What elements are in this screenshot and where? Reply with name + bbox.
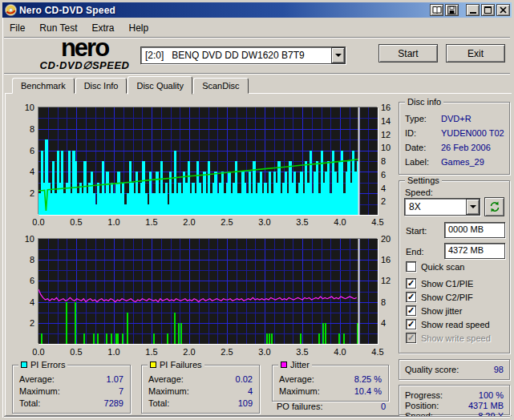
x-tick-label: 0.0 <box>29 217 48 227</box>
disc-info-value: DVD+R <box>441 114 472 123</box>
stat-value: 1.07 <box>67 374 123 384</box>
x-tick-label: 3.5 <box>293 347 312 357</box>
report-button[interactable] <box>430 4 443 16</box>
quality-score-panel: Quality score: 98 <box>399 359 510 380</box>
checkbox-quick-scan[interactable]: Quick scan <box>406 261 464 272</box>
stats-group-title: PI Failures <box>148 360 204 370</box>
nero-logo-text: nero <box>10 37 159 59</box>
checkbox-label: Show write speed <box>421 333 491 343</box>
status-value: 100 % <box>447 390 504 400</box>
checkbox-box[interactable]: ✓ <box>406 278 416 289</box>
speed-select-value: 8X <box>405 201 466 212</box>
y-right-tick-label: 12 <box>381 276 399 285</box>
quality-score-label: Quality score: <box>405 365 459 374</box>
checkbox-box[interactable]: ✓ <box>406 305 416 316</box>
close-icon <box>500 6 507 14</box>
checkbox-box[interactable] <box>406 261 416 272</box>
po-failures-label: PO failures: <box>277 402 322 411</box>
menu-item-help[interactable]: Help <box>122 21 156 35</box>
x-tick-label: 4.5 <box>368 347 387 357</box>
checkbox-label: Show C2/PIF <box>421 293 473 302</box>
minimize-icon <box>470 12 476 14</box>
x-tick-label: 2.0 <box>180 217 199 227</box>
nero-logo: nero CD·DVD∅SPEED <box>10 37 159 71</box>
checkbox-show-jitter[interactable]: ✓Show jitter <box>406 305 462 316</box>
checkbox-show-c1-pie[interactable]: ✓Show C1/PIE <box>406 278 473 289</box>
y-left-tick-label: 6 <box>17 276 34 285</box>
end-position-field[interactable]: 4372 MB <box>444 243 505 259</box>
nero-disc-icon <box>5 4 17 16</box>
disc-info-value: 26 Feb 2006 <box>441 143 491 152</box>
settings-title: Settings <box>405 176 442 185</box>
y-right-tick-label: 20 <box>381 234 399 244</box>
stats-group-label: PI Failures <box>160 360 202 370</box>
checkbox-label: Show read speed <box>421 320 490 329</box>
speed-label: Speed: <box>405 188 433 197</box>
minimize-button[interactable] <box>466 4 480 16</box>
title-bar[interactable]: Nero CD-DVD Speed <box>2 2 512 18</box>
checkbox-show-read-speed[interactable]: ✓Show read speed <box>406 319 490 329</box>
tab-disc-info[interactable]: Disc Info <box>75 78 127 94</box>
stats-group-title: Jitter <box>278 360 312 370</box>
x-tick-label: 1.0 <box>104 347 123 357</box>
y-right-tick-label: 6 <box>381 170 399 180</box>
speed-select[interactable]: 8X <box>404 198 480 216</box>
stat-value: 109 <box>196 398 253 408</box>
disc-info-value: Games_29 <box>441 157 484 167</box>
stat-label: Average: <box>148 374 184 384</box>
stat-label: Maximum: <box>279 386 320 396</box>
close-button[interactable] <box>496 4 510 16</box>
start-position-field[interactable]: 0000 MB <box>444 222 505 238</box>
chevron-down-icon[interactable] <box>466 199 480 215</box>
refresh-button[interactable] <box>484 197 504 216</box>
stats-group-jitter: JitterAverage:8.25 %Maximum:10.4 % <box>272 365 389 402</box>
y-left-tick-label: 10 <box>17 234 34 244</box>
stat-value: 4 <box>196 386 253 396</box>
x-tick-label: 4.0 <box>330 217 350 227</box>
drive-select[interactable]: [2:0] BENQ DVD DD DW1620 B7T9 <box>140 46 346 64</box>
y-left-tick-label: 6 <box>17 146 34 155</box>
checkbox-label: Quick scan <box>421 262 464 272</box>
checkbox-box: ✓ <box>406 333 416 343</box>
cdvd-speed-logo-text: CD·DVD∅SPEED <box>10 59 159 71</box>
exit-button[interactable]: Exit <box>446 44 505 63</box>
stat-value: 0.02 <box>196 374 253 384</box>
y-right-tick-label: 12 <box>381 130 399 139</box>
checkbox-show-c2-pif[interactable]: ✓Show C2/PIF <box>406 292 473 302</box>
checkbox-label: Show jitter <box>421 306 462 316</box>
divider <box>4 416 510 418</box>
end-position-label: End: <box>406 247 424 256</box>
x-tick-label: 0.0 <box>29 347 48 357</box>
app-window: Nero CD-DVD Speed <box>0 0 514 420</box>
pi-failures-color-swatch <box>150 361 156 368</box>
checkbox-box[interactable]: ✓ <box>406 292 416 302</box>
y-left-tick-label: 4 <box>17 297 34 307</box>
jitter-color-swatch <box>281 361 287 368</box>
save-button[interactable] <box>445 4 459 16</box>
tab-scandisc[interactable]: ScanDisc <box>193 78 248 94</box>
y-right-tick-label: 4 <box>381 184 399 193</box>
x-tick-label: 2.5 <box>217 217 237 227</box>
start-button[interactable]: Start <box>378 44 438 63</box>
stat-label: Total: <box>19 398 40 408</box>
tab-disc-quality[interactable]: Disc Quality <box>127 76 192 95</box>
checkbox-box[interactable]: ✓ <box>406 319 416 329</box>
stat-value: 10.4 % <box>326 386 382 396</box>
stats-group-pi-failures: PI FailuresAverage:0.02Maximum:4Total:10… <box>141 365 260 414</box>
po-failures-value: 0 <box>354 402 386 411</box>
status-value: 4371 MB <box>447 401 504 410</box>
y-left-tick-label: 2 <box>17 318 34 328</box>
menu-item-file[interactable]: File <box>2 21 32 35</box>
x-tick-label: 3.5 <box>293 217 312 227</box>
report-icon <box>432 6 442 14</box>
chevron-down-icon[interactable] <box>331 47 345 63</box>
drive-select-value: [2:0] BENQ DVD DD DW1620 B7T9 <box>141 50 331 61</box>
tab-benchmark[interactable]: Benchmark <box>12 78 75 94</box>
maximize-button[interactable] <box>481 4 495 16</box>
y-right-tick-label: 8 <box>381 297 399 307</box>
maximize-icon <box>484 6 492 14</box>
stats-group-pi-errors: PI ErrorsAverage:1.07Maximum:7Total:7289 <box>12 365 131 414</box>
pi-errors-color-swatch <box>21 361 27 368</box>
stats-group-label: PI Errors <box>30 360 65 370</box>
stats-group-title: PI Errors <box>18 360 67 370</box>
